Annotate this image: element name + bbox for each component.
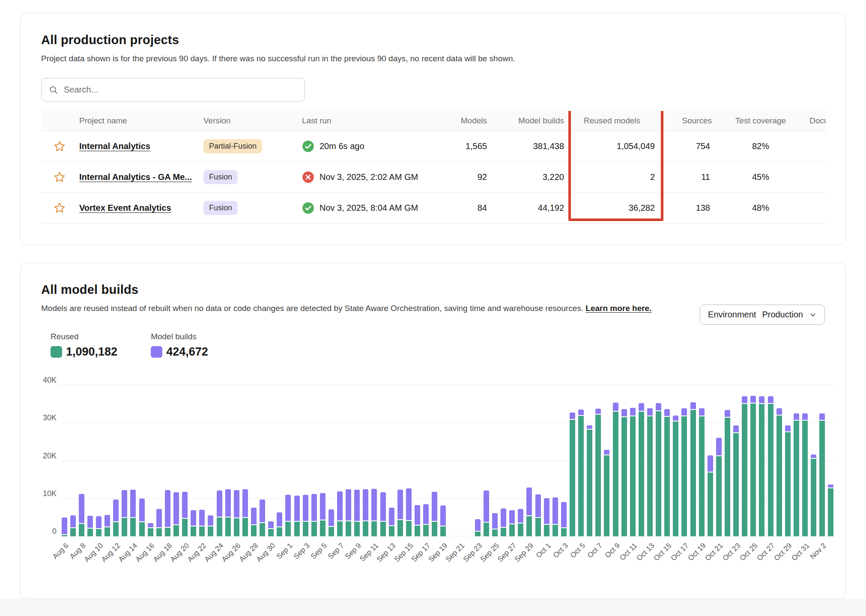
stacked-bar-Sep-19 (440, 505, 446, 536)
segment-reused (148, 528, 153, 536)
project-name-link[interactable]: Vortex Event Analytics (79, 203, 171, 212)
stacked-bar-Oct-7 (595, 409, 601, 536)
segment-model-builds (199, 510, 205, 526)
segment-reused (725, 418, 730, 536)
stacked-bar-Oct-16 (673, 416, 678, 536)
segment-model-builds (415, 505, 420, 526)
stacked-bar-Oct-28 (776, 408, 782, 536)
segment-reused (794, 421, 799, 536)
bar-slot-Sep-3 (301, 385, 310, 536)
x-tick-Sep-23: Sep 23 (461, 541, 484, 564)
stacked-bar-Oct-21 (716, 438, 722, 536)
segment-reused (139, 522, 145, 536)
segment-model-builds (268, 521, 274, 529)
legend-model-builds: Model builds 424,672 (151, 332, 208, 359)
segment-model-builds (492, 513, 498, 529)
segment-reused (432, 522, 437, 536)
stacked-bar-Oct-5 (578, 410, 584, 537)
stacked-bar-Oct-8 (604, 450, 609, 536)
bar-slot-Aug-13 (120, 385, 129, 536)
segment-reused (173, 525, 179, 536)
bar-slot-Oct-14 (654, 385, 663, 536)
segment-model-builds (148, 523, 153, 528)
stacked-bar-Oct-25 (750, 396, 756, 536)
project-row[interactable]: Internal Analytics Partial-Fusion 20m 6s… (41, 131, 826, 162)
col-reused-models: Reused models (566, 116, 664, 126)
search-input[interactable] (64, 85, 298, 95)
segment-reused (371, 521, 377, 536)
stacked-bar-Oct-10 (621, 409, 627, 536)
x-tick-Sep-25: Sep 25 (479, 541, 501, 564)
segment-reused (130, 518, 136, 536)
segment-reused (544, 525, 549, 536)
segment-model-builds (776, 408, 782, 416)
model-builds-count: 3,220 (489, 172, 566, 182)
project-row[interactable]: Vortex Event Analytics Fusion Nov 3, 202… (41, 193, 826, 224)
stacked-bar-Aug-18 (165, 490, 170, 536)
segment-reused (199, 526, 205, 536)
segment-reused (785, 432, 791, 536)
segment-reused (604, 455, 609, 536)
bar-slot-Sep-9 (353, 385, 361, 536)
favorite-star-icon[interactable] (53, 171, 66, 184)
stacked-bar-Nov-2 (819, 413, 825, 536)
stacked-bar-Sep-13 (389, 508, 394, 536)
legend-model-builds-swatch (151, 346, 162, 358)
stacked-bar-Oct-30 (794, 413, 799, 536)
segment-model-builds (639, 403, 644, 411)
segment-reused (165, 528, 170, 536)
stacked-bar-Oct-19 (699, 408, 705, 536)
segment-reused (475, 532, 481, 536)
stacked-bar-Oct-26 (759, 396, 764, 536)
favorite-star-icon[interactable] (53, 140, 66, 153)
y-tick-30K: 30K (43, 413, 57, 422)
segment-reused (613, 412, 618, 536)
bar-slot-Sep-20 (448, 385, 456, 536)
bar-slot-Aug-25 (224, 385, 232, 536)
stacked-bar-Aug-13 (122, 490, 127, 536)
segment-reused (716, 456, 722, 536)
x-tick-Sep-29: Sep 29 (513, 541, 535, 564)
x-tick-Aug-20: Aug 20 (169, 541, 191, 564)
stacked-bar-Sep-5 (320, 493, 325, 536)
x-tick-Sep-21: Sep 21 (444, 541, 466, 564)
bar-slot-Oct-2 (551, 385, 559, 536)
environment-select[interactable]: Environment Production (700, 305, 825, 325)
col-project-name: Project name (78, 116, 202, 126)
test-coverage-value: 45% (714, 172, 808, 182)
stacked-bar-Oct-15 (664, 409, 670, 536)
x-tick-Oct-23: Oct 23 (721, 541, 742, 563)
segment-reused (96, 529, 102, 536)
segment-model-builds (440, 505, 446, 526)
segment-model-builds (397, 490, 403, 520)
stacked-bar-Sep-30 (535, 494, 541, 536)
segment-model-builds (716, 438, 722, 456)
segment-model-builds (354, 490, 360, 522)
favorite-star-icon[interactable] (53, 202, 66, 215)
x-tick-Aug-26: Aug 26 (220, 541, 242, 564)
project-name-link[interactable]: Internal Analytics (79, 141, 150, 151)
stacked-bar-Oct-22 (725, 410, 730, 536)
x-tick-Oct-15: Oct 15 (652, 541, 673, 563)
y-tick-10K: 10K (43, 489, 57, 498)
project-search[interactable] (41, 78, 305, 102)
x-tick-Aug-12: Aug 12 (100, 541, 122, 564)
project-name-link[interactable]: Internal Analytics - GA Me... (79, 172, 192, 182)
segment-reused (552, 525, 558, 536)
x-tick-Sep-27: Sep 27 (496, 541, 518, 564)
bar-slot-Nov-3 (827, 385, 835, 536)
segment-reused (578, 416, 584, 536)
x-tick-Oct-31: Oct 31 (790, 541, 811, 563)
project-row[interactable]: Internal Analytics - GA Me... Fusion Nov… (41, 162, 826, 193)
bar-slot-Oct-15 (663, 385, 672, 536)
segment-reused (673, 422, 678, 536)
y-tick-0: 0 (52, 527, 57, 536)
segment-model-builds (802, 413, 808, 421)
bar-slot-Aug-15 (137, 385, 146, 536)
segment-model-builds (561, 502, 567, 529)
col-documentation: Docum (808, 116, 826, 126)
learn-more-link[interactable]: Learn more here. (585, 304, 651, 313)
segment-model-builds (570, 413, 575, 420)
segment-reused (182, 519, 188, 536)
x-tick-Oct-7: Oct 7 (586, 541, 604, 560)
